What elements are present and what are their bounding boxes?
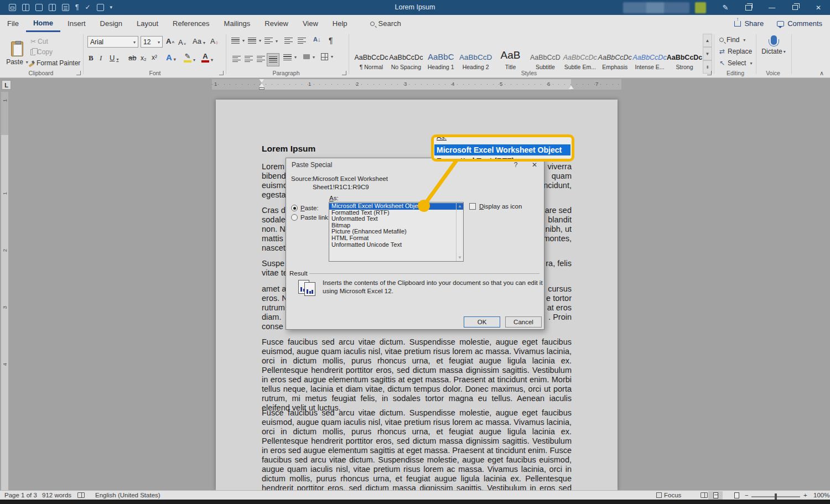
print-layout-button[interactable] xyxy=(708,491,723,500)
style-intense-emphasis[interactable]: AaBbCcDcIntense E... xyxy=(632,34,667,74)
tab-home[interactable]: Home xyxy=(26,15,60,32)
display-as-icon-checkbox[interactable] xyxy=(469,203,476,210)
list-item-bitmap[interactable]: Bitmap xyxy=(329,222,463,229)
read-mode-button[interactable] xyxy=(701,492,708,498)
align-right-button[interactable] xyxy=(255,53,267,66)
list-item-picture-emf[interactable]: Picture (Enhanced Metafile) xyxy=(329,228,463,235)
clear-formatting-button[interactable]: A◊ xyxy=(210,37,218,45)
pilcrow-icon[interactable]: ¶ xyxy=(75,4,79,11)
minimize-button[interactable]: — xyxy=(760,0,784,15)
styles-scroll-down[interactable]: ▼ xyxy=(703,47,712,60)
ink-icon[interactable]: ✎ xyxy=(714,0,737,15)
line-spacing-button[interactable] xyxy=(283,54,297,60)
select-button[interactable]: ↖Select xyxy=(719,59,752,67)
styles-dialog-launcher[interactable] xyxy=(707,71,712,75)
tab-mailings[interactable]: Mailings xyxy=(217,15,258,32)
underline-button[interactable]: U xyxy=(110,54,118,62)
search-box[interactable]: Search xyxy=(370,15,401,32)
format-painter-button[interactable]: Format Painter xyxy=(29,59,80,67)
shading-button[interactable] xyxy=(303,54,315,60)
style-normal[interactable]: AaBbCcDc¶ Normal xyxy=(354,34,388,74)
font-color-button[interactable]: A xyxy=(201,53,213,63)
tab-review[interactable]: Review xyxy=(257,15,295,32)
italic-button[interactable]: I xyxy=(100,54,102,63)
superscript-button[interactable]: x² xyxy=(152,54,157,61)
font-family-combobox[interactable]: Arial xyxy=(87,36,138,48)
vertical-ruler[interactable]: 1 1 2 3 4 xyxy=(1,92,8,490)
bold-button[interactable]: B xyxy=(89,54,94,63)
list-item-unformatted-unicode[interactable]: Unformatted Unicode Text xyxy=(329,242,463,248)
cancel-button[interactable]: Cancel xyxy=(505,316,542,328)
spelling-check-icon[interactable]: ✓ xyxy=(85,4,90,11)
language-indicator[interactable]: English (United States) xyxy=(95,492,160,498)
share-button[interactable]: Share xyxy=(734,19,764,28)
scroll-up-icon[interactable]: ▲ xyxy=(458,204,462,209)
sort-button[interactable]: A↓ xyxy=(313,36,320,43)
tab-view[interactable]: View xyxy=(295,15,325,32)
show-marks-button[interactable]: ¶ xyxy=(329,36,333,45)
tab-layout[interactable]: Layout xyxy=(129,15,165,32)
comments-button[interactable]: Comments xyxy=(777,19,822,28)
justify-button[interactable] xyxy=(267,53,279,66)
tab-insert[interactable]: Insert xyxy=(60,15,93,32)
styles-scroll-up[interactable]: ▲ xyxy=(703,34,712,47)
multilevel-list-button[interactable] xyxy=(264,38,278,44)
style-heading-1[interactable]: AaBbCHeading 1 xyxy=(424,34,458,74)
list-item-html-format[interactable]: HTML Format xyxy=(329,235,463,242)
read-mode-icon[interactable] xyxy=(49,4,56,11)
copy-button[interactable]: Copy xyxy=(30,48,53,56)
restore-button[interactable] xyxy=(784,0,807,15)
style-subtle-emphasis[interactable]: AaBbCcDcSubtle Em... xyxy=(563,34,597,74)
style-title[interactable]: AaBTitle xyxy=(494,34,528,74)
paste-link-radio[interactable] xyxy=(291,214,298,221)
clipboard-dialog-launcher[interactable] xyxy=(76,71,81,75)
grow-font-button[interactable]: A^ xyxy=(166,37,174,45)
web-layout-button[interactable] xyxy=(729,491,744,500)
align-center-button[interactable] xyxy=(242,53,255,66)
right-indent-marker[interactable] xyxy=(568,85,574,89)
left-indent-marker[interactable] xyxy=(259,87,264,90)
tab-references[interactable]: References xyxy=(165,15,216,32)
style-no-spacing[interactable]: AaBbCcDcNo Spacing xyxy=(389,34,423,74)
ok-button[interactable]: OK xyxy=(464,316,500,328)
font-dialog-launcher[interactable] xyxy=(219,71,224,75)
align-left-button[interactable] xyxy=(230,53,243,66)
tab-design[interactable]: Design xyxy=(93,15,129,32)
style-heading-2[interactable]: AaBbCcDHeading 2 xyxy=(459,34,493,74)
tab-file[interactable]: File xyxy=(0,15,26,32)
zoom-percentage[interactable]: 100% xyxy=(813,492,829,498)
list-item-unformatted-text[interactable]: Unformatted Text xyxy=(329,216,463,222)
collapse-ribbon-icon[interactable]: ∧ xyxy=(819,70,824,77)
qat-customize-icon[interactable]: ▾ xyxy=(110,4,113,11)
listbox-scrollbar[interactable]: ▲ ▼ xyxy=(456,202,463,261)
zoom-in-button[interactable]: + xyxy=(803,492,807,498)
cut-button[interactable]: ✂ Cut xyxy=(30,38,48,45)
style-emphasis[interactable]: AaBbCcDcEmphasis xyxy=(598,34,632,74)
text-effects-button[interactable]: A xyxy=(166,53,176,62)
close-button[interactable]: ✕ xyxy=(807,0,830,15)
list-item-excel-object[interactable]: Microsoft Excel Worksheet Object xyxy=(329,203,463,210)
tab-stop-selector[interactable]: L xyxy=(2,80,11,90)
paste-as-listbox[interactable]: Microsoft Excel Worksheet Object Formatt… xyxy=(329,202,464,262)
zoom-out-button[interactable]: − xyxy=(745,492,749,498)
strikethrough-button[interactable]: ab xyxy=(128,54,136,62)
paragraph-dialog-launcher[interactable] xyxy=(342,71,346,75)
decrease-indent-button[interactable] xyxy=(284,38,293,44)
proofing-icon[interactable] xyxy=(77,492,85,498)
open-folder-icon[interactable] xyxy=(35,4,43,11)
save-icon[interactable] xyxy=(9,4,16,11)
replace-button[interactable]: ⇄Replace xyxy=(719,48,752,55)
font-size-combobox[interactable]: 12 xyxy=(141,36,163,48)
find-button[interactable]: Find xyxy=(719,36,745,44)
style-strong[interactable]: AaBbCcDcStrong xyxy=(667,34,702,74)
save-as-icon[interactable] xyxy=(22,4,29,11)
shrink-font-button[interactable]: A˅ xyxy=(178,38,186,46)
tab-help[interactable]: Help xyxy=(325,15,355,32)
increase-indent-button[interactable] xyxy=(298,38,306,44)
new-document-icon[interactable] xyxy=(97,4,104,11)
bullets-button[interactable] xyxy=(231,38,245,44)
style-subtitle[interactable]: AaBbCcDSubtitle xyxy=(528,34,562,74)
text-highlight-button[interactable]: ✎ xyxy=(184,53,195,63)
ribbon-display-options-icon[interactable] xyxy=(737,0,760,15)
change-case-button[interactable]: Aa xyxy=(193,37,205,45)
